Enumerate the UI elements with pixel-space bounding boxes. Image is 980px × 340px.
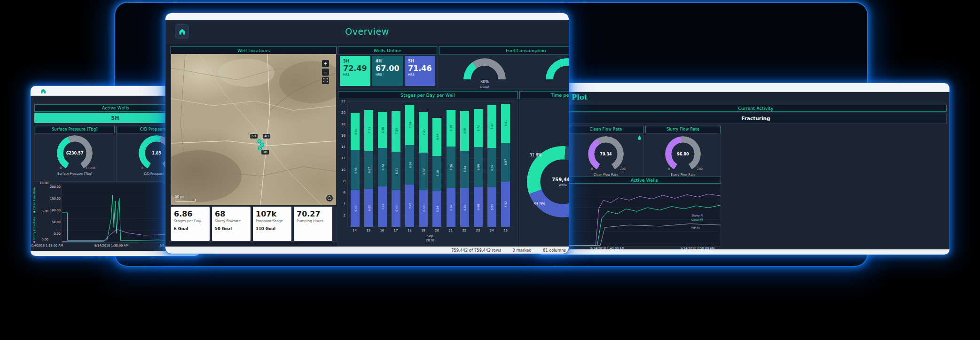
panel-title: Surface Pressure [Tbg]: [52, 127, 98, 132]
bar-segment-4H[interactable]: 6.96: [405, 145, 414, 185]
bar-value-label: 6.44: [422, 205, 425, 211]
bar-segment-4H[interactable]: 6.98: [351, 150, 360, 190]
bar-value-label: 6.10: [435, 170, 439, 176]
kpi-stages-per-day[interactable]: 6.86 Stages per Day 6 Goal: [171, 207, 210, 241]
droplet-icon[interactable]: [637, 133, 642, 142]
well-marker-dot[interactable]: [260, 143, 264, 147]
bar-segment-5H[interactable]: 6.84: [460, 188, 469, 227]
bar-segment-5H[interactable]: 6.84: [447, 188, 455, 227]
fullscreen-button[interactable]: [322, 77, 329, 84]
y-axis-title-slurry: Slurry Flow Rate: [32, 215, 36, 244]
bar-segment-3H[interactable]: 7.21: [419, 112, 428, 153]
bar-22[interactable]: 6.846.546.95: [460, 111, 469, 227]
plot-legend: Slurry Fl Clean Fl F/P Pa: [691, 213, 703, 230]
overview-window: Overview Well Locations: [165, 13, 569, 254]
stacked-bar-chart[interactable]: 6.436.986.646.656.677.237.126.746.306.44…: [347, 101, 513, 227]
donut-center-label: Wells: [558, 183, 566, 187]
well-online-card-4h[interactable]: 4H 67.00 HRS: [372, 56, 403, 86]
well-online-card-5h[interactable]: 5H 71.46 HRS: [405, 56, 435, 86]
bar-segment-3H[interactable]: 7.08: [405, 105, 414, 145]
bar-17[interactable]: 6.446.717.24: [392, 111, 400, 227]
kpi-proppant-stage[interactable]: 107k Proppant/Stage 110 Goal: [253, 207, 291, 241]
bar-24[interactable]: 6.956.927.47: [487, 105, 496, 227]
bar-segment-4H[interactable]: 6.10: [432, 156, 441, 191]
locate-button[interactable]: [326, 195, 333, 201]
bar-segment-4H[interactable]: 6.67: [364, 151, 373, 189]
bar-value-label: 6.98: [477, 204, 480, 210]
bar-23[interactable]: 6.986.996.72: [474, 109, 483, 227]
bar-segment-3H[interactable]: 7.24: [392, 111, 400, 152]
bar-segment-4H[interactable]: 6.54: [460, 151, 469, 188]
bar-segment-3H[interactable]: 6.38: [447, 110, 455, 146]
bar-segment-5H[interactable]: 7.92: [501, 182, 510, 227]
bar-value-label: 7.92: [504, 201, 507, 207]
bar-segment-3H[interactable]: 6.64: [351, 113, 360, 151]
x-axis-title: Sep: [347, 234, 513, 239]
bar-20[interactable]: 6.346.106.69: [432, 118, 441, 227]
axis-dot: [33, 241, 35, 243]
bar-segment-4H[interactable]: 6.87: [501, 143, 510, 182]
x-tick: 18: [405, 229, 414, 233]
y-tick: 12: [341, 156, 345, 160]
kpi-pumping-hours[interactable]: 70.27 Pumping Hours: [294, 207, 332, 241]
bar-16[interactable]: 7.126.746.30: [378, 112, 387, 227]
bar-segment-5H[interactable]: 6.98: [474, 187, 483, 227]
gridline: [348, 101, 513, 102]
stages-header: Stages per Day per Well: [338, 91, 517, 99]
map[interactable]: + − 5H 4H 3H 50 mi: [171, 54, 336, 205]
bar-25[interactable]: 7.926.876.81: [501, 104, 510, 227]
kpi-slurry-flowrate[interactable]: 68 Slurry flowrate 50 Goal: [212, 207, 251, 241]
kpi-label: Slurry flowrate: [215, 219, 248, 223]
well-online-card-3h[interactable]: 3H 72.49 HRS: [340, 56, 370, 86]
gauge-max: 15000: [86, 166, 95, 170]
bar-segment-4H[interactable]: 6.71: [392, 152, 400, 190]
zoom-in-button[interactable]: +: [322, 60, 329, 67]
right-active-wells-plot[interactable]: Slurry Fl Clean Fl F/P Pa: [568, 184, 721, 247]
gauge-min: 0: [591, 167, 593, 171]
diesel-gauge: [463, 58, 506, 79]
fuel-type-label: Diesel: [466, 85, 503, 88]
bar-18[interactable]: 7.406.967.08: [405, 105, 414, 227]
panel-title: Clean Flow Rate: [590, 127, 622, 132]
panel-title: Time per Well: [551, 93, 569, 98]
bar-segment-3H[interactable]: 6.95: [460, 111, 469, 150]
bar-segment-3H[interactable]: 6.81: [501, 104, 510, 143]
well-label-3h[interactable]: 3H: [261, 150, 269, 155]
bar-19[interactable]: 6.446.577.21: [419, 112, 428, 227]
y-tick: 0.00: [38, 238, 48, 241]
home-icon[interactable]: [40, 87, 47, 96]
x-tick: 17: [392, 229, 400, 233]
status-bar: 759,442 of 759,442 rows 0 marked 61 colu…: [165, 247, 569, 254]
bar-segment-5H[interactable]: 6.65: [364, 189, 373, 227]
bar-segment-3H[interactable]: 7.23: [364, 110, 373, 151]
bar-segment-5H[interactable]: 6.95: [487, 187, 496, 227]
bar-segment-5H[interactable]: 7.12: [378, 186, 387, 227]
bar-segment-4H[interactable]: 6.74: [378, 148, 387, 186]
bar-14[interactable]: 6.436.986.64: [351, 113, 360, 227]
x-tick: 21: [446, 229, 455, 233]
overview-titlebar[interactable]: [165, 13, 569, 20]
bar-15[interactable]: 6.656.677.23: [364, 110, 373, 227]
bar-segment-4H[interactable]: 7.26: [447, 147, 455, 188]
bar-segment-5H[interactable]: 7.40: [405, 185, 414, 227]
bar-segment-3H[interactable]: 6.72: [474, 109, 483, 147]
bar-segment-3H[interactable]: 7.47: [487, 105, 496, 148]
well-label-5h[interactable]: 5H: [250, 134, 258, 139]
zoom-out-button[interactable]: −: [322, 69, 329, 76]
right-window-titlebar[interactable]: [537, 83, 949, 92]
bar-segment-5H[interactable]: 6.34: [432, 191, 441, 227]
panel-title: Slurry Flow Rate: [666, 127, 699, 132]
right-window: Plot Current Activity Fracturing Clean F…: [537, 83, 949, 255]
bar-21[interactable]: 6.847.266.38: [447, 110, 455, 227]
bar-segment-3H[interactable]: 6.30: [378, 112, 387, 147]
bar-segment-4H[interactable]: 6.92: [487, 148, 496, 187]
bar-segment-4H[interactable]: 6.57: [419, 153, 428, 190]
time-per-well-header: Time per Well: [519, 91, 569, 99]
well-label-4h[interactable]: 4H: [263, 134, 270, 139]
bar-segment-4H[interactable]: 6.99: [474, 147, 483, 187]
bar-segment-5H[interactable]: 6.44: [419, 190, 428, 227]
x-tick: 25: [501, 229, 510, 233]
bar-segment-5H[interactable]: 6.44: [392, 190, 400, 227]
bar-segment-3H[interactable]: 6.69: [432, 118, 441, 156]
bar-segment-5H[interactable]: 6.43: [351, 190, 360, 227]
